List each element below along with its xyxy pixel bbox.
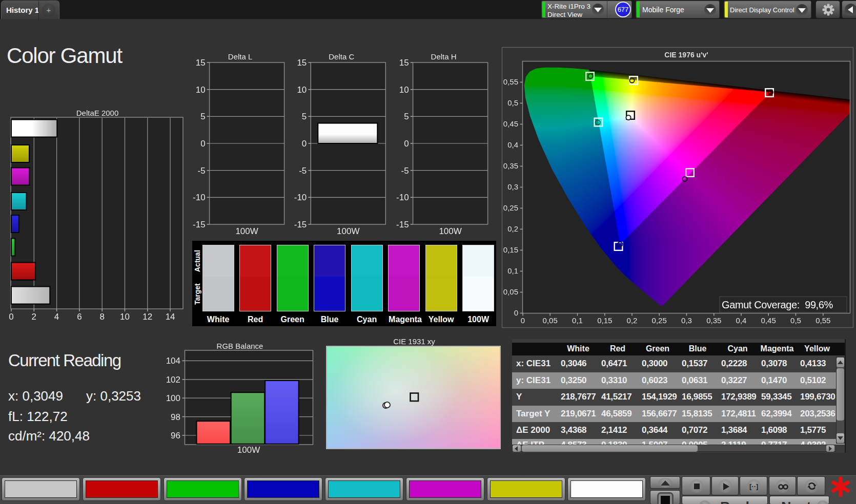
svg-text:100: 100 <box>166 393 180 403</box>
svg-text:0,2: 0,2 <box>627 316 638 325</box>
svg-text:98: 98 <box>171 412 180 422</box>
svg-text:0,55: 0,55 <box>503 77 518 86</box>
svg-text:10: 10 <box>399 85 409 95</box>
svg-text:100W: 100W <box>237 445 260 455</box>
svg-text:15: 15 <box>196 58 206 68</box>
svg-text:10: 10 <box>196 85 206 95</box>
svg-text:0,15: 0,15 <box>503 245 518 254</box>
svg-text:12: 12 <box>142 312 152 322</box>
svg-text:0: 0 <box>521 316 525 325</box>
svg-text:0,35: 0,35 <box>503 161 518 170</box>
svg-text:0: 0 <box>302 139 307 149</box>
svg-text:0,2: 0,2 <box>507 224 518 233</box>
svg-text:5: 5 <box>302 112 307 121</box>
svg-text:0,15: 0,15 <box>597 316 612 325</box>
svg-text:5: 5 <box>200 112 205 121</box>
svg-text:-5: -5 <box>299 166 307 176</box>
svg-text:0,1: 0,1 <box>507 266 518 275</box>
svg-text:0: 0 <box>404 139 409 149</box>
svg-text:0: 0 <box>200 139 205 149</box>
svg-text:-15: -15 <box>396 220 409 229</box>
svg-text:0,4: 0,4 <box>507 140 518 149</box>
svg-text:14: 14 <box>166 312 175 322</box>
svg-text:100W: 100W <box>235 226 258 236</box>
svg-text:4: 4 <box>54 312 59 322</box>
svg-text:-10: -10 <box>193 193 206 202</box>
svg-text:0: 0 <box>514 308 518 317</box>
svg-text:-5: -5 <box>197 166 205 176</box>
svg-text:10: 10 <box>297 85 307 95</box>
svg-text:0,3: 0,3 <box>681 316 692 325</box>
svg-text:0,35: 0,35 <box>706 316 721 325</box>
svg-text:Delta C: Delta C <box>329 52 354 61</box>
svg-text:CIE 1931 xy: CIE 1931 xy <box>393 337 435 346</box>
svg-text:DeltaE 2000: DeltaE 2000 <box>76 109 119 117</box>
svg-text:5: 5 <box>404 112 409 121</box>
svg-text:0,3: 0,3 <box>507 182 518 191</box>
svg-text:102: 102 <box>166 375 180 385</box>
svg-text:0: 0 <box>9 312 13 322</box>
svg-text:96: 96 <box>171 431 180 440</box>
svg-text:0,4: 0,4 <box>736 316 747 325</box>
svg-text:0,05: 0,05 <box>503 287 518 296</box>
svg-text:Delta H: Delta H <box>431 52 457 61</box>
svg-text:0,55: 0,55 <box>816 316 830 325</box>
svg-text:15: 15 <box>399 58 409 68</box>
svg-text:100W: 100W <box>337 226 359 236</box>
svg-text:Delta L: Delta L <box>228 52 253 61</box>
svg-text:0,25: 0,25 <box>652 316 667 325</box>
svg-text:-15: -15 <box>294 220 307 229</box>
svg-text:0,5: 0,5 <box>507 98 518 107</box>
svg-text:RGB Balance: RGB Balance <box>217 342 263 350</box>
svg-text:2: 2 <box>32 312 36 322</box>
svg-text:6: 6 <box>77 312 81 322</box>
svg-text:-15: -15 <box>193 220 206 229</box>
svg-text:-10: -10 <box>294 193 307 202</box>
svg-text:-5: -5 <box>401 166 409 176</box>
svg-text:0,5: 0,5 <box>790 316 801 325</box>
svg-text:0,1: 0,1 <box>572 316 583 325</box>
svg-text:104: 104 <box>166 356 180 366</box>
svg-text:15: 15 <box>297 58 307 68</box>
svg-text:0,25: 0,25 <box>503 203 518 212</box>
svg-text:0,45: 0,45 <box>761 316 776 325</box>
svg-text:0,05: 0,05 <box>543 316 558 325</box>
svg-text:8: 8 <box>99 312 104 322</box>
svg-text:10: 10 <box>120 312 130 322</box>
svg-text:-10: -10 <box>396 193 409 202</box>
svg-text:0,45: 0,45 <box>503 119 518 128</box>
svg-text:CIE 1976 u'v': CIE 1976 u'v' <box>664 51 708 59</box>
svg-text:100W: 100W <box>439 226 461 236</box>
